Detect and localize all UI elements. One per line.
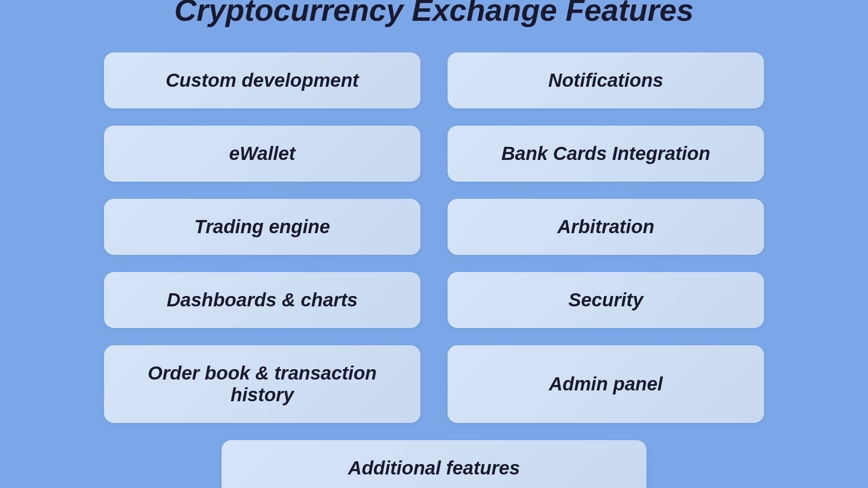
feature-card-admin-panel[interactable]: Admin panel: [448, 345, 764, 423]
feature-label-bank-cards: Bank Cards Integration: [501, 143, 710, 164]
feature-label-ewallet: eWallet: [229, 143, 295, 164]
feature-card-ewallet[interactable]: eWallet: [104, 126, 420, 182]
feature-card-order-book[interactable]: Order book & transaction history: [104, 345, 420, 423]
feature-card-trading-engine[interactable]: Trading engine: [104, 199, 420, 255]
feature-label-notifications: Notifications: [548, 70, 663, 91]
feature-label-security: Security: [568, 289, 643, 311]
features-grid: Custom development Notifications eWallet…: [104, 52, 764, 423]
feature-label-additional-features: Additional features: [348, 457, 520, 479]
feature-label-trading-engine: Trading engine: [194, 216, 330, 238]
feature-label-order-book: Order book & transaction history: [127, 362, 398, 406]
feature-label-dashboards-charts: Dashboards & charts: [167, 289, 358, 311]
feature-label-arbitration: Arbitration: [557, 216, 655, 238]
feature-card-arbitration[interactable]: Arbitration: [448, 199, 764, 255]
page-title: Cryptocurrency Exchange Features: [175, 0, 694, 28]
feature-card-additional-features[interactable]: Additional features: [222, 440, 646, 488]
feature-card-custom-development[interactable]: Custom development: [104, 52, 420, 108]
feature-card-dashboards-charts[interactable]: Dashboards & charts: [104, 272, 420, 328]
feature-label-custom-development: Custom development: [165, 70, 359, 91]
bottom-row: Additional features: [104, 440, 764, 488]
feature-label-admin-panel: Admin panel: [549, 373, 663, 395]
feature-card-notifications[interactable]: Notifications: [448, 52, 764, 108]
feature-card-bank-cards[interactable]: Bank Cards Integration: [448, 126, 764, 182]
feature-card-security[interactable]: Security: [448, 272, 764, 328]
